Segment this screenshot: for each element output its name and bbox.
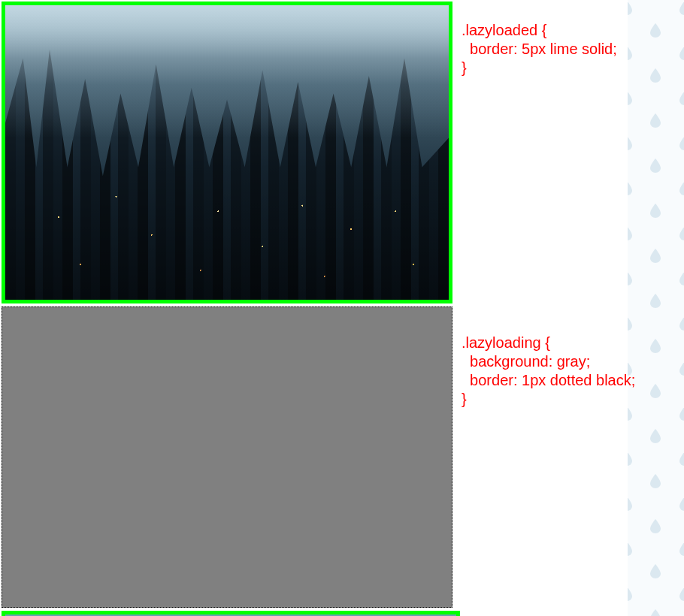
css-snippet: .lazyloaded { border: 5px lime solid; } [462, 21, 684, 77]
code-caption: .lazyloading { background: gray; border:… [462, 306, 684, 409]
code-caption: .lazyloaded { border: 5px lime solid; } [462, 2, 684, 77]
city-photo-placeholder [5, 5, 449, 300]
example-row: .lazyloading { background: gray; border:… [2, 306, 684, 608]
example-image-wrapper [2, 2, 452, 303]
lazyloaded-image-partial [2, 611, 460, 616]
example-row: .lazyloaded { border: 5px lime solid; } [2, 2, 684, 303]
lazyloaded-image [2, 2, 452, 303]
example-image-wrapper [2, 306, 452, 608]
lazyloading-placeholder [2, 306, 452, 608]
content-area: .lazyloaded { border: 5px lime solid; } … [0, 0, 684, 616]
css-snippet: .lazyloading { background: gray; border:… [462, 334, 684, 409]
